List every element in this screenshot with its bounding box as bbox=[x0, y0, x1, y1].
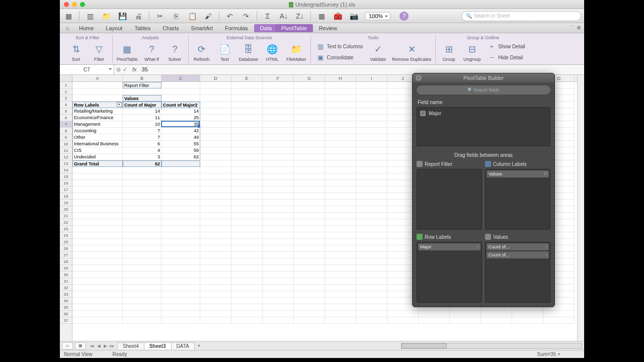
cell[interactable]: 11 bbox=[123, 115, 162, 121]
cell[interactable] bbox=[263, 154, 294, 160]
cell[interactable] bbox=[200, 187, 231, 193]
sort-button[interactable]: ⇅Sort bbox=[66, 41, 86, 63]
cell[interactable] bbox=[325, 285, 356, 291]
row-header[interactable]: 7 bbox=[60, 121, 72, 128]
cell[interactable] bbox=[200, 141, 231, 147]
cell[interactable] bbox=[162, 239, 200, 245]
cell[interactable] bbox=[162, 95, 200, 102]
cell[interactable] bbox=[543, 311, 575, 317]
cell[interactable] bbox=[162, 160, 200, 167]
cell[interactable] bbox=[325, 304, 356, 311]
cell[interactable] bbox=[356, 95, 387, 102]
cell[interactable] bbox=[200, 115, 231, 121]
cell[interactable] bbox=[123, 213, 162, 219]
tab-data[interactable]: Data bbox=[254, 24, 278, 32]
cell[interactable] bbox=[162, 272, 200, 278]
cell[interactable] bbox=[200, 121, 231, 128]
cell[interactable] bbox=[162, 88, 200, 95]
cell[interactable] bbox=[263, 213, 294, 219]
cell[interactable] bbox=[123, 200, 162, 206]
row-header[interactable]: 33 bbox=[60, 291, 72, 298]
cell[interactable] bbox=[123, 278, 162, 285]
row-header[interactable]: 4 bbox=[60, 102, 72, 108]
cell[interactable] bbox=[231, 88, 263, 95]
cell[interactable] bbox=[72, 311, 123, 317]
cell[interactable] bbox=[325, 193, 356, 200]
cell[interactable] bbox=[356, 291, 387, 298]
formula-input[interactable]: 35 bbox=[140, 66, 584, 72]
pivottable-builder-panel[interactable]: × PivotTable Builder 🔍 Search fields Fie… bbox=[412, 73, 555, 307]
cell[interactable] bbox=[356, 304, 387, 311]
row-header[interactable]: 28 bbox=[60, 258, 72, 265]
cell[interactable] bbox=[231, 265, 263, 272]
row-header[interactable]: 27 bbox=[60, 252, 72, 258]
cut-icon[interactable]: ✂ bbox=[154, 11, 166, 22]
horizontal-scrollbar[interactable] bbox=[401, 343, 582, 349]
cell[interactable] bbox=[200, 167, 231, 173]
row-header[interactable]: 24 bbox=[60, 232, 72, 239]
cell[interactable] bbox=[231, 317, 263, 324]
format-painter-icon[interactable]: 🖌 bbox=[203, 11, 214, 22]
cell[interactable] bbox=[356, 213, 387, 219]
cell[interactable] bbox=[200, 278, 231, 285]
column-labels-dropzone[interactable]: Values⠿ bbox=[485, 169, 550, 230]
cell[interactable] bbox=[231, 121, 263, 128]
remove-duplicates-button[interactable]: ✕Remove Duplicates bbox=[391, 41, 432, 63]
add-sheet-button[interactable]: + bbox=[195, 342, 204, 349]
cell[interactable] bbox=[263, 180, 294, 187]
cell[interactable] bbox=[231, 173, 263, 180]
cell[interactable] bbox=[231, 82, 263, 88]
cell[interactable] bbox=[263, 265, 294, 272]
cell[interactable] bbox=[162, 317, 200, 324]
cell[interactable] bbox=[294, 298, 325, 304]
cell[interactable] bbox=[294, 180, 325, 187]
cell[interactable] bbox=[325, 82, 356, 88]
cell[interactable] bbox=[231, 232, 263, 239]
column-header[interactable]: H bbox=[325, 75, 356, 81]
row-header[interactable]: 32 bbox=[60, 285, 72, 291]
cell[interactable] bbox=[263, 141, 294, 147]
print-icon[interactable]: 🖨 bbox=[133, 11, 144, 22]
cell[interactable]: 55 bbox=[162, 141, 200, 147]
cell[interactable] bbox=[325, 226, 356, 232]
cell[interactable] bbox=[263, 245, 294, 252]
cell[interactable] bbox=[231, 278, 263, 285]
cell[interactable] bbox=[325, 239, 356, 245]
column-header[interactable]: C bbox=[162, 75, 200, 81]
cell[interactable] bbox=[263, 291, 294, 298]
cell[interactable] bbox=[356, 272, 387, 278]
cell[interactable] bbox=[123, 265, 162, 272]
row-header[interactable]: 10 bbox=[60, 141, 72, 147]
cell[interactable] bbox=[356, 265, 387, 272]
cell[interactable] bbox=[263, 173, 294, 180]
tab-review[interactable]: Review bbox=[313, 24, 343, 32]
cell[interactable] bbox=[231, 219, 263, 226]
filemaker-button[interactable]: 📁FileMaker bbox=[285, 41, 307, 63]
name-box[interactable]: C7 bbox=[60, 65, 114, 74]
cell[interactable] bbox=[294, 272, 325, 278]
cell[interactable] bbox=[263, 272, 294, 278]
tab-formulas[interactable]: Formulas bbox=[219, 24, 254, 32]
cell[interactable] bbox=[123, 272, 162, 278]
cell[interactable] bbox=[356, 232, 387, 239]
cell[interactable] bbox=[356, 187, 387, 193]
row-header[interactable]: 12 bbox=[60, 154, 72, 160]
cell[interactable] bbox=[325, 88, 356, 95]
cell[interactable] bbox=[263, 187, 294, 193]
cell[interactable] bbox=[72, 317, 123, 324]
cell[interactable] bbox=[231, 134, 263, 141]
cancel-formula-icon[interactable]: ⊘ bbox=[116, 66, 121, 73]
builder-titlebar[interactable]: × PivotTable Builder bbox=[413, 73, 554, 82]
cell[interactable] bbox=[294, 147, 325, 154]
undo-icon[interactable]: ↶ bbox=[224, 11, 235, 22]
cell[interactable] bbox=[356, 219, 387, 226]
cell[interactable] bbox=[200, 193, 231, 200]
cell[interactable] bbox=[294, 160, 325, 167]
cell[interactable] bbox=[294, 200, 325, 206]
builder-search-input[interactable]: 🔍 Search fields bbox=[417, 85, 550, 95]
cell[interactable] bbox=[231, 311, 263, 317]
row-header[interactable]: 22 bbox=[60, 219, 72, 226]
cell[interactable]: 4 bbox=[123, 147, 162, 154]
cell[interactable] bbox=[263, 95, 294, 102]
cell[interactable] bbox=[231, 95, 263, 102]
